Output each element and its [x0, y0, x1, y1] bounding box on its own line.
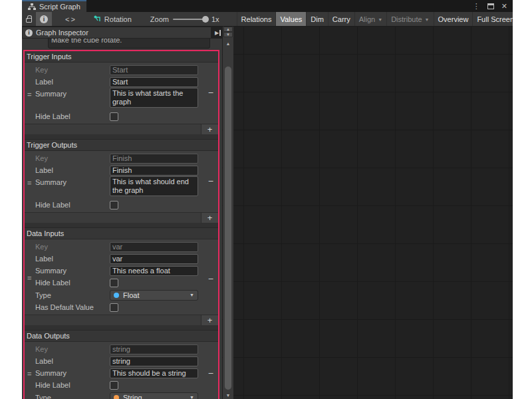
remove-item-button[interactable]: − — [208, 274, 213, 283]
scrollbar-thumb[interactable] — [225, 66, 231, 390]
inspector-content: Make the cube rotate. Trigger Inputs = K… — [22, 39, 222, 399]
dim-button[interactable]: Dim — [306, 12, 328, 26]
section-header[interactable]: Data Inputs — [25, 228, 218, 239]
collapse-right-icon: ▶ — [215, 30, 219, 36]
hide-label-checkbox[interactable] — [110, 279, 118, 287]
section-trigger-inputs: Trigger Inputs = Key Label Summary — [25, 51, 218, 134]
distribute-label: Distribute — [391, 15, 422, 23]
toolbar-buttons: Relations Values Dim Carry Align ▼ Distr… — [237, 12, 513, 26]
key-label: Key — [35, 66, 110, 74]
scroll-down-icon[interactable]: ▼ — [223, 393, 233, 398]
collapse-panel-button[interactable]: ▶ — [213, 28, 223, 37]
hide-label-label: Hide Label — [35, 279, 110, 287]
graph-breadcrumb[interactable]: Rotation — [94, 15, 132, 23]
align-button[interactable]: Align ▼ — [354, 12, 386, 26]
connections-button[interactable]: <> — [61, 12, 80, 26]
inspector-toggle-button[interactable]: i — [36, 12, 52, 26]
section-header[interactable]: Data Outputs — [25, 331, 218, 342]
zoom-control: Zoom 1x — [150, 15, 219, 23]
add-item-button[interactable]: + — [201, 213, 218, 223]
hide-label-checkbox[interactable] — [110, 112, 118, 121]
label-input[interactable] — [110, 77, 198, 87]
summary-input[interactable]: This is what starts the graph — [110, 88, 198, 108]
summary-label: Summary — [35, 267, 110, 275]
scroll-step-up-button[interactable]: ▲ — [223, 27, 233, 32]
type-dropdown[interactable]: String ▼ — [110, 392, 198, 399]
summary-input[interactable] — [110, 368, 198, 378]
label-label: Label — [35, 166, 110, 174]
chevron-down-icon: ▼ — [190, 293, 194, 297]
carry-button[interactable]: Carry — [328, 12, 354, 26]
lock-button[interactable] — [22, 12, 36, 26]
add-item-button[interactable]: + — [201, 315, 218, 325]
summary-row: Summary − — [25, 367, 218, 379]
zoom-label: Zoom — [150, 15, 169, 23]
overview-button[interactable]: Overview — [434, 12, 473, 26]
section-body: = Key Label Summary − — [25, 239, 218, 315]
drag-handle-icon[interactable]: = — [27, 274, 31, 282]
section-gap — [25, 223, 218, 228]
remove-item-button[interactable]: − — [208, 176, 213, 186]
label-label: Label — [35, 78, 110, 86]
key-input — [110, 242, 198, 252]
label-input[interactable] — [110, 356, 198, 366]
remove-item-button[interactable]: − — [208, 88, 213, 97]
type-dropdown[interactable]: Float ▼ — [110, 290, 198, 301]
label-row: Label — [25, 76, 218, 88]
graph-inspector-panel: i Graph Inspector ▶ Make the cube rotate… — [22, 27, 233, 399]
script-graph-window: Script Graph ⋮ ✕ i <> Rotation Zoom 1x R… — [22, 0, 513, 399]
type-label: Type — [35, 394, 110, 399]
label-input[interactable] — [110, 166, 198, 176]
drag-handle-icon[interactable]: = — [27, 179, 31, 187]
summary-input[interactable]: This is what should end the graph — [110, 176, 198, 196]
breadcrumb-label: Rotation — [104, 15, 132, 23]
fullscreen-button[interactable]: Full Screen — [472, 12, 513, 26]
section-data-outputs: Data Outputs = Key Label Summary — [25, 331, 218, 399]
close-icon[interactable]: ✕ — [501, 2, 507, 11]
remove-item-button[interactable]: − — [208, 368, 213, 378]
key-row: Key — [25, 343, 218, 355]
zoom-slider[interactable] — [173, 19, 207, 20]
section-header[interactable]: Trigger Inputs — [25, 51, 218, 63]
string-type-icon — [114, 395, 119, 399]
chevron-down-icon: ▼ — [425, 17, 430, 22]
graph-summary-strip: Make the cube rotate. — [22, 39, 222, 50]
key-input — [110, 344, 198, 354]
tab-script-graph[interactable]: Script Graph — [22, 0, 86, 12]
info-icon: i — [25, 29, 33, 37]
add-item-button[interactable]: + — [201, 124, 218, 134]
label-row: Label — [25, 355, 218, 367]
hide-label-row: Hide Label — [25, 110, 218, 122]
zoom-slider-knob[interactable] — [202, 16, 209, 23]
relations-button[interactable]: Relations — [237, 12, 276, 26]
tab-bar: Script Graph ⋮ ✕ — [22, 0, 513, 12]
scroll-step-down-button[interactable]: ▼ — [223, 32, 233, 37]
type-value: String — [123, 394, 142, 399]
has-default-checkbox[interactable] — [110, 303, 118, 312]
drag-handle-icon[interactable]: = — [27, 370, 31, 378]
hide-label-checkbox[interactable] — [110, 381, 118, 390]
hide-label-label: Hide Label — [35, 112, 110, 120]
drag-handle-icon[interactable]: = — [27, 90, 31, 98]
window-controls: ⋮ ✕ — [473, 0, 513, 12]
section-header[interactable]: Trigger Outputs — [25, 140, 218, 151]
inspector-scrollbar[interactable]: ▲ ▼ ▲ ▼ — [223, 27, 233, 399]
hide-label-checkbox[interactable] — [110, 201, 118, 209]
graph-inspector-header: i Graph Inspector — [22, 27, 211, 39]
section-footer: + — [25, 315, 218, 325]
graph-summary-field[interactable]: Make the cube rotate. — [48, 39, 210, 49]
graph-toolbar: i <> Rotation Zoom 1x Relations Values D… — [22, 12, 513, 27]
selected-units-outline: Trigger Inputs = Key Label Summary — [23, 50, 219, 399]
summary-input[interactable] — [110, 266, 198, 276]
hide-label-row: Hide Label — [25, 199, 218, 211]
maximize-icon[interactable] — [487, 3, 494, 9]
scroll-up-icon[interactable]: ▲ — [223, 41, 233, 46]
distribute-button[interactable]: Distribute ▼ — [386, 12, 433, 26]
menu-icon[interactable]: ⋮ — [473, 2, 480, 11]
key-row: Key — [25, 152, 218, 164]
key-row: Key — [25, 64, 218, 76]
float-type-icon — [114, 293, 119, 298]
label-input[interactable] — [110, 254, 198, 264]
summary-row: Summary This is what starts the graph − — [25, 88, 218, 110]
values-button[interactable]: Values — [275, 12, 306, 26]
